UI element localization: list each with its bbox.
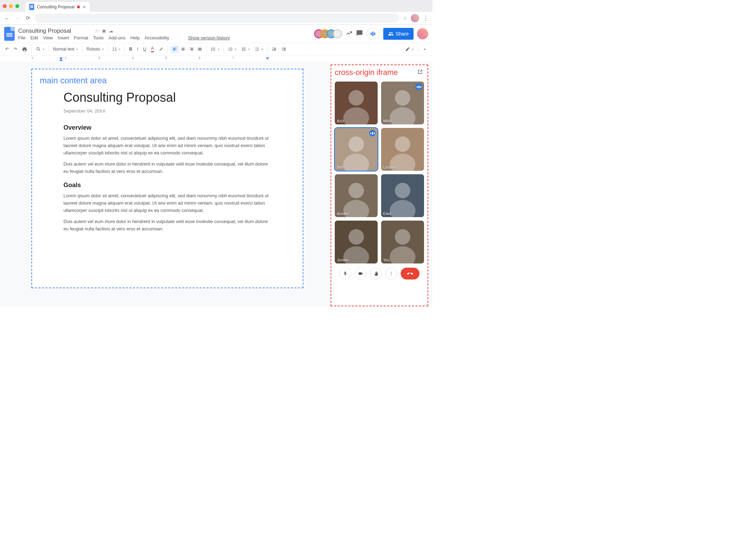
menu-insert[interactable]: Insert	[58, 35, 69, 40]
comments-icon[interactable]	[356, 30, 363, 38]
participant-tile[interactable]: You	[381, 221, 424, 263]
activity-icon[interactable]	[346, 30, 353, 38]
cloud-saved-icon: ☁	[109, 28, 113, 33]
italic-button[interactable]: I	[135, 45, 140, 53]
tab-close-button[interactable]: ×	[83, 4, 85, 10]
line-spacing-button[interactable]	[209, 45, 221, 53]
font-family-dropdown[interactable]: Roboto	[85, 45, 105, 53]
more-options-button[interactable]: ⋮	[385, 268, 397, 280]
menu-tools[interactable]: Tools	[93, 35, 104, 40]
hangup-button[interactable]	[401, 268, 419, 280]
align-left-button[interactable]	[171, 45, 179, 53]
ruler-tick: 2	[65, 56, 67, 60]
text-color-button[interactable]: A	[149, 45, 156, 54]
browser-menu-button[interactable]: ⋮	[423, 14, 429, 22]
svg-point-3	[242, 49, 243, 49]
bulleted-list-button[interactable]	[240, 45, 251, 53]
menu-format[interactable]: Format	[74, 35, 88, 40]
nav-forward-button[interactable]: →	[14, 15, 21, 21]
menu-file[interactable]: File	[18, 35, 25, 40]
mic-toggle-button[interactable]	[339, 268, 351, 280]
move-document-icon[interactable]: ▣	[102, 28, 106, 33]
browser-toolbar: ← → ⟳ ☆ ⋮	[0, 12, 432, 24]
browser-profile-avatar[interactable]	[411, 14, 419, 22]
svg-point-15	[395, 137, 410, 152]
align-right-button[interactable]	[187, 45, 196, 53]
participant-tile[interactable]: Elad	[381, 174, 424, 217]
nav-back-button[interactable]: ←	[3, 15, 10, 21]
format-toolbar: ↶ ↷ Normal text Roboto 11 B I U A	[0, 43, 432, 55]
docs-logo-icon[interactable]	[4, 27, 15, 41]
hide-menus-button[interactable]	[421, 45, 429, 53]
window-minimize-button[interactable]	[9, 4, 13, 8]
bookmark-star-icon[interactable]: ☆	[403, 15, 407, 21]
nav-reload-button[interactable]: ⟳	[24, 15, 31, 21]
document-heading[interactable]: Consulting Proposal	[63, 90, 271, 105]
print-button[interactable]	[20, 45, 29, 53]
bold-button[interactable]: B	[127, 45, 134, 53]
align-justify-button[interactable]	[196, 45, 204, 53]
raise-hand-button[interactable]	[370, 268, 382, 280]
presence-avatar[interactable]	[333, 29, 342, 38]
svg-point-2	[242, 47, 243, 48]
participant-name: Beth	[337, 165, 345, 169]
document-title-input[interactable]	[18, 28, 92, 35]
document-paragraph[interactable]: Duis autem vel eum iriure dolor in hendr…	[63, 161, 271, 175]
menu-view[interactable]: View	[43, 35, 53, 40]
left-indent-marker[interactable]	[59, 59, 63, 61]
annotation-label-iframe: cross-origin iframe	[335, 68, 424, 77]
ruler-tick: 3	[98, 56, 100, 60]
zoom-dropdown[interactable]	[34, 45, 46, 53]
participant-video	[381, 174, 424, 217]
popout-icon[interactable]	[417, 69, 423, 76]
camera-toggle-button[interactable]	[355, 268, 366, 280]
star-document-icon[interactable]: ☆	[95, 28, 99, 33]
document-paragraph[interactable]: Duis autem vel eum iriure dolor in hendr…	[63, 218, 271, 233]
decrease-indent-button[interactable]	[270, 45, 278, 53]
window-controls[interactable]	[3, 4, 22, 8]
svg-point-21	[395, 183, 410, 198]
participant-name: Lindsay	[383, 165, 396, 169]
highlight-button[interactable]	[157, 45, 165, 53]
version-history-link[interactable]: Show version history	[188, 35, 230, 40]
undo-button[interactable]: ↶	[3, 45, 10, 53]
increase-indent-button[interactable]	[280, 45, 288, 53]
document-paragraph[interactable]: Lorem ipsum dolor sit amet, consectetuer…	[63, 135, 271, 156]
redo-button[interactable]: ↷	[12, 45, 19, 53]
meet-button[interactable]	[366, 29, 380, 39]
menu-edit[interactable]: Edit	[30, 35, 38, 40]
address-bar[interactable]	[35, 14, 399, 23]
participant-tile[interactable]: Beth	[335, 128, 378, 171]
presence-avatars[interactable]	[317, 29, 342, 38]
meet-side-panel: cross-origin iframe AzizMikeBethLindsayA…	[331, 64, 428, 306]
section-heading[interactable]: Overview	[63, 124, 271, 131]
account-avatar[interactable]	[417, 28, 428, 39]
editing-mode-button[interactable]	[403, 45, 415, 53]
numbered-list-button[interactable]	[253, 45, 265, 53]
window-zoom-button[interactable]	[15, 4, 19, 8]
participant-tile[interactable]: Annika	[335, 174, 378, 217]
window-close-button[interactable]	[3, 4, 7, 8]
document-date[interactable]: September 04, 20XX	[63, 108, 271, 114]
document-canvas[interactable]: main content area Consulting Proposal Se…	[0, 62, 329, 307]
participant-tile[interactable]: Aziz	[335, 82, 378, 124]
participant-name: Mike	[383, 119, 391, 123]
menu-accessibility[interactable]: Accessibility	[145, 35, 169, 40]
horizontal-ruler[interactable]: 1 2 3 4 5 6 7	[0, 55, 432, 62]
browser-tab[interactable]: Consulting Proposal ×	[25, 1, 90, 12]
share-button[interactable]: Share	[383, 28, 414, 40]
font-size-dropdown[interactable]: 11	[111, 45, 122, 53]
participant-tile[interactable]: Mike	[381, 82, 424, 124]
right-indent-marker[interactable]	[266, 58, 269, 60]
underline-button[interactable]: U	[141, 45, 148, 53]
checklist-button[interactable]	[226, 45, 238, 53]
document-paragraph[interactable]: Lorem ipsum dolor sit amet, consectetuer…	[63, 192, 271, 214]
participant-tile[interactable]: Jordan	[335, 221, 378, 263]
section-heading[interactable]: Goals	[63, 182, 271, 189]
menu-help[interactable]: Help	[130, 35, 140, 40]
document-page[interactable]: main content area Consulting Proposal Se…	[31, 69, 303, 288]
participant-tile[interactable]: Lindsay	[381, 128, 424, 171]
paragraph-style-dropdown[interactable]: Normal text	[51, 45, 80, 53]
menu-add-ons[interactable]: Add-ons	[108, 35, 125, 40]
align-center-button[interactable]	[179, 45, 187, 53]
